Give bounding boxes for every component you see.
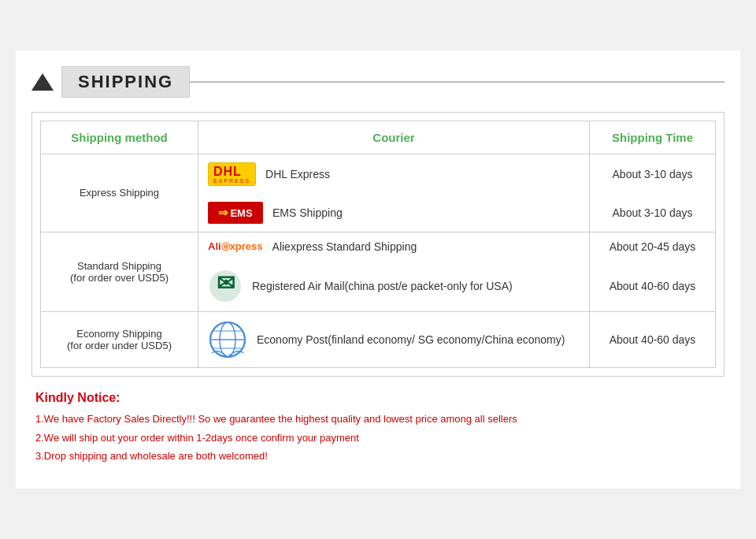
notice-item-1: 1.We have Factory Sales Directly!!! So w… xyxy=(35,410,724,428)
table-header-row: Shipping method Courier Shipping Time xyxy=(41,121,716,154)
section-header: SHIPPING xyxy=(32,66,724,98)
ems-logo: ⇒EMS xyxy=(208,202,263,224)
page-wrapper: SHIPPING Shipping method Courier Shippin… xyxy=(16,50,740,489)
shipping-table: Shipping method Courier Shipping Time Ex… xyxy=(40,121,716,369)
courier-airmail: ✉ Registered Air Mail(china post/e packe… xyxy=(198,261,590,312)
header-label-box: SHIPPING xyxy=(61,66,190,98)
courier-aliexpress: Aliⓔxpress Aliexpress Standard Shipping xyxy=(198,232,590,262)
dhl-time: About 3-10 days xyxy=(590,154,716,194)
ali-time: About 20-45 days xyxy=(590,232,716,262)
ems-time: About 3-10 days xyxy=(590,194,716,232)
courier-dhl: DHL EXPRESS DHL Express xyxy=(198,154,590,194)
airmail-courier-name: Registered Air Mail(china post/e packet-… xyxy=(252,280,513,292)
ali-courier-name: Aliexpress Standard Shipping xyxy=(272,240,417,253)
courier-dhl-cell: DHL EXPRESS DHL Express xyxy=(208,162,580,187)
notice-title: Kindly Notice: xyxy=(35,391,724,405)
courier-airmail-cell: ✉ Registered Air Mail(china post/e packe… xyxy=(208,269,580,303)
courier-ems: ⇒EMS EMS Shipping xyxy=(198,194,590,232)
table-row: Standard Shipping(for order over USD5) A… xyxy=(41,232,716,262)
courier-ali-cell: Aliⓔxpress Aliexpress Standard Shipping xyxy=(208,240,580,253)
table-row: Economy Shipping(for order under USD5) xyxy=(41,312,716,368)
courier-economy-cell: Economy Post(finland economy/ SG economy… xyxy=(208,320,580,359)
header-title: SHIPPING xyxy=(78,72,173,91)
header-line xyxy=(190,81,724,83)
triangle-icon xyxy=(32,73,54,91)
courier-ems-cell: ⇒EMS EMS Shipping xyxy=(208,202,580,224)
method-express: Express Shipping xyxy=(41,154,198,232)
method-standard: Standard Shipping(for order over USD5) xyxy=(41,232,198,312)
notice-item-3: 3.Drop shipping and wholesale are both w… xyxy=(35,447,724,465)
airmail-time: About 40-60 days xyxy=(590,261,716,312)
dhl-courier-name: DHL Express xyxy=(265,168,330,180)
notice-item-2: 2.We will ship out your order within 1-2… xyxy=(35,429,724,447)
courier-economy: Economy Post(finland economy/ SG economy… xyxy=(198,312,590,368)
aliexpress-logo: Aliⓔxpress xyxy=(208,240,263,253)
col-header-time: Shipping Time xyxy=(590,121,716,154)
method-economy: Economy Shipping(for order under USD5) xyxy=(41,312,198,368)
svg-text:✉: ✉ xyxy=(217,271,235,296)
chinapost-logo: ✉ xyxy=(208,269,243,303)
col-header-method: Shipping method xyxy=(41,121,198,154)
table-row: Express Shipping DHL EXPRESS DHL Express xyxy=(41,154,716,194)
notice-section: Kindly Notice: 1.We have Factory Sales D… xyxy=(32,391,724,465)
economy-time: About 40-60 days xyxy=(590,312,716,368)
economy-courier-name: Economy Post(finland economy/ SG economy… xyxy=(257,333,565,346)
dhl-logo: DHL EXPRESS xyxy=(208,162,256,187)
shipping-container: Shipping method Courier Shipping Time Ex… xyxy=(32,112,724,377)
ems-courier-name: EMS Shipping xyxy=(272,206,343,219)
col-header-courier: Courier xyxy=(198,121,590,154)
economy-logo xyxy=(208,320,247,359)
